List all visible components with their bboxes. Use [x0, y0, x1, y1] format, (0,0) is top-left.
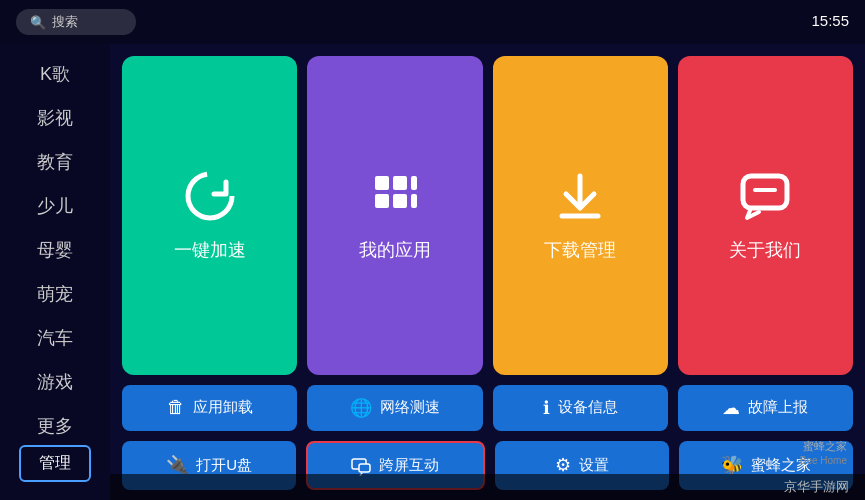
footer-watermark: 京华手游网 — [784, 478, 849, 496]
cross-screen-icon — [351, 455, 371, 476]
svg-rect-1 — [375, 176, 389, 190]
svg-rect-2 — [393, 176, 407, 190]
svg-rect-4 — [375, 194, 389, 208]
sidebar-item-qiche[interactable]: 汽车 — [0, 316, 110, 360]
chat-icon — [737, 168, 793, 224]
search-box[interactable]: 🔍 搜索 — [16, 9, 136, 35]
globe-icon: 🌐 — [350, 397, 372, 419]
network-label: 网络测速 — [380, 398, 440, 417]
sidebar-item-yingshi[interactable]: 影视 — [0, 96, 110, 140]
tiles-row: 一键加速 我的应用 — [122, 56, 853, 375]
fault-button[interactable]: ☁ 故障上报 — [678, 385, 853, 431]
sidebar-item-youxi[interactable]: 游戏 — [0, 360, 110, 404]
tile-about[interactable]: 关于我们 — [678, 56, 853, 375]
trash-icon: 🗑 — [167, 397, 185, 418]
svg-rect-5 — [393, 194, 407, 208]
search-icon: 🔍 — [30, 15, 46, 30]
sidebar-item-shaor[interactable]: 少儿 — [0, 184, 110, 228]
sidebar-item-jiaoyu[interactable]: 教育 — [0, 140, 110, 184]
uninstall-label: 应用卸载 — [193, 398, 253, 417]
apps-grid-icon — [367, 168, 423, 224]
sidebar: K歌 影视 教育 少儿 母婴 萌宠 汽车 游戏 更多 管理 — [0, 44, 110, 500]
device-label: 设备信息 — [558, 398, 618, 417]
tile-speed[interactable]: 一键加速 — [122, 56, 297, 375]
clock-display: 15:55 — [811, 12, 849, 29]
download-icon — [552, 168, 608, 224]
bee-home-watermark: 蜜蜂之家 Bee Home — [800, 439, 847, 468]
search-label: 搜索 — [52, 13, 78, 31]
refresh-icon — [182, 168, 238, 224]
bee-home-sub: Bee Home — [800, 454, 847, 468]
main-content: 一键加速 我的应用 — [110, 44, 865, 500]
tile-apps-label: 我的应用 — [359, 238, 431, 262]
sidebar-item-manage[interactable]: 管理 — [0, 435, 110, 492]
tile-download-label: 下载管理 — [544, 238, 616, 262]
tile-apps[interactable]: 我的应用 — [307, 56, 482, 375]
upload-cloud-icon: ☁ — [722, 397, 740, 419]
top-bar: 🔍 搜索 15:55 — [0, 0, 865, 44]
sidebar-item-kge[interactable]: K歌 — [0, 52, 110, 96]
sidebar-item-mengchong[interactable]: 萌宠 — [0, 272, 110, 316]
svg-rect-11 — [359, 464, 370, 472]
sidebar-item-muying[interactable]: 母婴 — [0, 228, 110, 272]
tile-about-label: 关于我们 — [729, 238, 801, 262]
fault-label: 故障上报 — [748, 398, 808, 417]
tile-speed-label: 一键加速 — [174, 238, 246, 262]
info-icon: ℹ — [543, 397, 550, 419]
footer-bar: 京华手游网 — [110, 474, 865, 500]
tile-download[interactable]: 下载管理 — [493, 56, 668, 375]
button-row-1: 🗑 应用卸载 🌐 网络测速 ℹ 设备信息 ☁ 故障上报 — [122, 385, 853, 431]
settings-label: 设置 — [579, 456, 609, 475]
device-button[interactable]: ℹ 设备信息 — [493, 385, 668, 431]
svg-rect-3 — [411, 176, 417, 190]
cross-screen-label: 跨屏互动 — [379, 456, 439, 475]
usb-label: 打开U盘 — [196, 456, 252, 475]
network-button[interactable]: 🌐 网络测速 — [307, 385, 482, 431]
uninstall-button[interactable]: 🗑 应用卸载 — [122, 385, 297, 431]
manage-button[interactable]: 管理 — [19, 445, 91, 482]
svg-rect-6 — [411, 194, 417, 208]
bee-home-label: 蜜蜂之家 — [800, 439, 847, 454]
